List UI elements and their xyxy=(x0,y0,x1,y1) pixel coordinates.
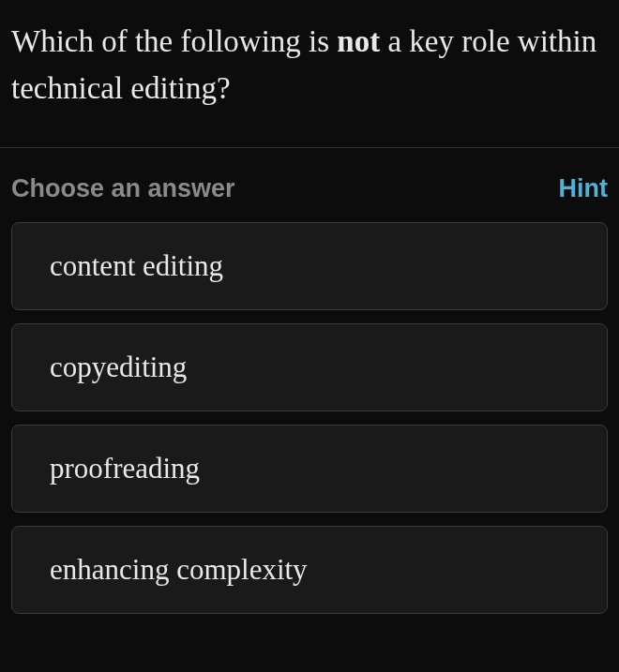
question-emphasis: not xyxy=(337,24,380,58)
option-2[interactable]: proofreading xyxy=(11,425,608,513)
hint-link[interactable]: Hint xyxy=(559,174,608,203)
option-1[interactable]: copyediting xyxy=(11,323,608,411)
options-list: content editing copyediting proofreading… xyxy=(0,222,619,614)
question-section: Which of the following is not a key role… xyxy=(0,0,619,148)
option-label: content editing xyxy=(50,249,223,282)
option-label: proofreading xyxy=(50,452,200,485)
option-label: copyediting xyxy=(50,351,187,383)
option-0[interactable]: content editing xyxy=(11,222,608,310)
option-label: enhancing complexity xyxy=(50,553,308,586)
option-3[interactable]: enhancing complexity xyxy=(11,526,608,614)
answer-header: Choose an answer Hint xyxy=(0,148,619,222)
question-text: Which of the following is not a key role… xyxy=(11,19,608,112)
question-prefix: Which of the following is xyxy=(11,24,337,58)
choose-answer-label: Choose an answer xyxy=(11,174,235,203)
